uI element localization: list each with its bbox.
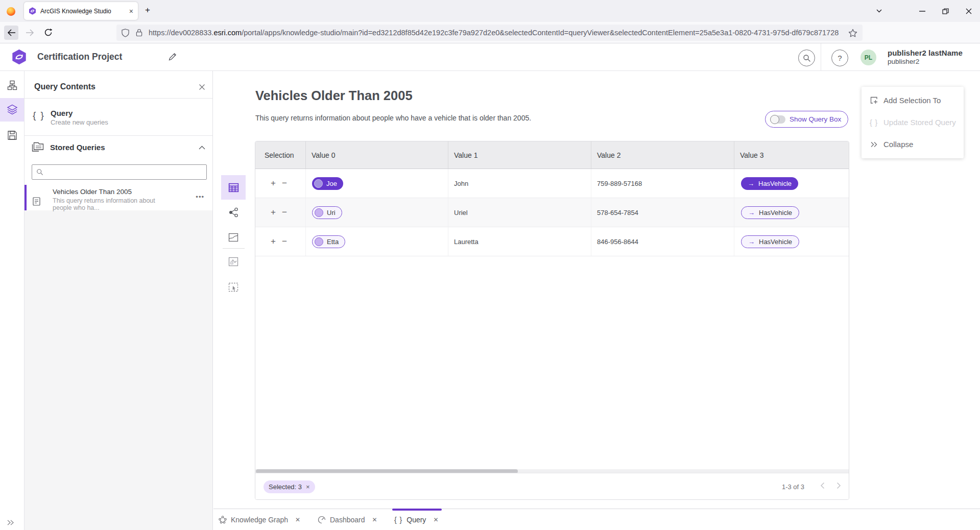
value-cell: John (448, 169, 591, 198)
firefox-icon[interactable] (7, 7, 15, 16)
tab-title: ArcGIS Knowledge Studio (40, 8, 111, 15)
menu-item-add-selection-to[interactable]: Add Selection To (862, 89, 964, 111)
item-options-icon[interactable]: ••• (196, 193, 204, 201)
tab-close-icon[interactable]: ✕ (433, 516, 438, 523)
stored-query-title: Vehicles Older Than 2005 (53, 188, 132, 196)
tab-query-active[interactable]: { } Query ✕ (394, 509, 438, 530)
url-text: https://dev0028833.esri.com/portal/apps/… (149, 29, 848, 37)
bookmark-star-icon[interactable] (848, 29, 857, 37)
selected-indicator (25, 185, 27, 210)
main-content: Vehicles Older Than 2005 This query retu… (213, 71, 980, 530)
expand-sidebar-icon[interactable] (7, 519, 15, 526)
selection-cell: + − (255, 169, 306, 198)
collapse-chevron-icon[interactable] (199, 146, 205, 150)
tab-close-icon[interactable]: ✕ (372, 516, 377, 523)
relationship-pill[interactable]: →HasVehicle (741, 235, 799, 248)
avatar[interactable]: PL (861, 50, 876, 65)
relationship-cell: →HasVehicle (734, 227, 849, 256)
relationship-pill[interactable]: →HasVehicle (741, 177, 798, 190)
next-page-icon[interactable] (836, 482, 841, 489)
stored-query-desc: This query returns information about (53, 197, 155, 204)
search-icon (36, 168, 43, 176)
clear-selection-icon[interactable]: × (306, 483, 310, 491)
restore-icon[interactable] (942, 8, 949, 14)
selected-count-chip[interactable]: Selected: 3 × (264, 480, 315, 493)
remove-from-selection-button[interactable]: − (282, 207, 287, 218)
show-query-box-toggle[interactable]: Show Query Box (765, 111, 848, 128)
stored-queries-search[interactable] (32, 164, 207, 180)
page-description: This query returns information about peo… (255, 114, 531, 122)
stored-query-desc: people who ha... (53, 204, 100, 211)
new-map-icon[interactable] (228, 257, 238, 267)
browser-tab[interactable]: ArcGIS Knowledge Studio × (24, 2, 138, 20)
user-username: publisher2 (888, 57, 919, 66)
app-header: Certification Project ? PL publisher2 la… (0, 43, 980, 71)
dashboard-gauge-icon (318, 516, 326, 524)
relationship-pill[interactable]: →HasVehicle (741, 206, 799, 219)
knowledge-graph-icon (219, 516, 227, 524)
help-icon: ? (838, 54, 842, 62)
tab-close-icon[interactable]: ✕ (295, 516, 300, 523)
search-button[interactable] (798, 50, 815, 66)
remove-from-selection-button[interactable]: − (282, 178, 287, 188)
add-to-selection-button[interactable]: + (271, 178, 276, 188)
remove-from-selection-button[interactable]: − (282, 236, 287, 247)
query-item-title[interactable]: Query (51, 109, 73, 117)
browser-toolbar: https://dev0028833.esri.com/portal/apps/… (0, 22, 980, 43)
query-results-table: Selection Value 0 Value 1 Value 2 Value … (255, 141, 849, 500)
search-icon (803, 54, 811, 62)
reload-icon[interactable] (44, 28, 53, 37)
column-header-value3[interactable]: Value 3 (734, 141, 849, 168)
previous-page-icon[interactable] (820, 482, 825, 489)
add-to-selection-button[interactable]: + (271, 207, 276, 218)
panel-title: Query Contents (34, 82, 95, 91)
search-input[interactable] (47, 168, 202, 176)
table-row: + − Etta Lauretta 846-956-8644 →HasVehic… (255, 227, 849, 256)
add-to-selection-button[interactable]: + (271, 236, 276, 247)
shield-icon[interactable] (122, 29, 129, 37)
column-header-selection[interactable]: Selection (255, 141, 306, 168)
window-close-icon[interactable] (966, 8, 972, 14)
forward-icon[interactable] (26, 29, 34, 37)
value-cell: 846-956-8644 (591, 227, 734, 256)
link-chart-icon[interactable] (228, 207, 239, 218)
layers-tab-selected[interactable] (0, 98, 24, 122)
tab-knowledge-graph[interactable]: Knowledge Graph ✕ (219, 509, 300, 530)
back-icon[interactable] (7, 29, 16, 37)
menu-item-collapse[interactable]: Collapse (862, 133, 964, 155)
entity-pill[interactable]: Etta (312, 235, 345, 248)
select-area-icon[interactable] (228, 282, 238, 292)
data-model-icon[interactable] (7, 80, 17, 90)
new-tab-button[interactable]: + (145, 5, 150, 15)
divider (25, 98, 212, 99)
url-bar[interactable]: https://dev0028833.esri.com/portal/apps/… (116, 25, 863, 41)
table-row: + − Joe John 759-889-57168 →HasVehicle (255, 169, 849, 198)
list-tabs-chevron-icon[interactable] (876, 8, 882, 13)
divider (25, 135, 212, 136)
minimize-icon[interactable] (919, 11, 926, 12)
value-cell: 578-654-7854 (591, 198, 734, 227)
page-title: Vehicles Older Than 2005 (255, 88, 413, 103)
query-document-icon (33, 197, 40, 206)
column-header-value1[interactable]: Value 1 (448, 141, 591, 168)
layers-icon (7, 104, 18, 115)
stored-query-item[interactable]: Vehicles Older Than 2005 This query retu… (25, 185, 212, 210)
braces-icon: { } (394, 516, 402, 524)
save-icon[interactable] (7, 130, 17, 140)
entity-pill[interactable]: Uri (312, 206, 342, 219)
panel-close-icon[interactable] (199, 84, 205, 90)
column-header-value2[interactable]: Value 2 (591, 141, 734, 168)
menu-item-update-stored-query[interactable]: { } Update Stored Query (862, 111, 964, 133)
table-view-tab-selected[interactable] (221, 175, 246, 200)
map-icon[interactable] (228, 233, 238, 242)
tab-dashboard[interactable]: Dashboard ✕ (318, 509, 377, 530)
toggle-track (770, 115, 785, 124)
edit-pencil-icon[interactable] (168, 52, 178, 62)
tab-close-icon[interactable]: × (129, 8, 133, 15)
help-button[interactable]: ? (831, 50, 848, 66)
entity-pill[interactable]: Joe (312, 177, 343, 190)
lock-icon[interactable] (136, 29, 142, 37)
add-selection-icon (869, 96, 878, 105)
column-header-value0[interactable]: Value 0 (306, 141, 448, 168)
braces-icon: { } (33, 110, 45, 121)
